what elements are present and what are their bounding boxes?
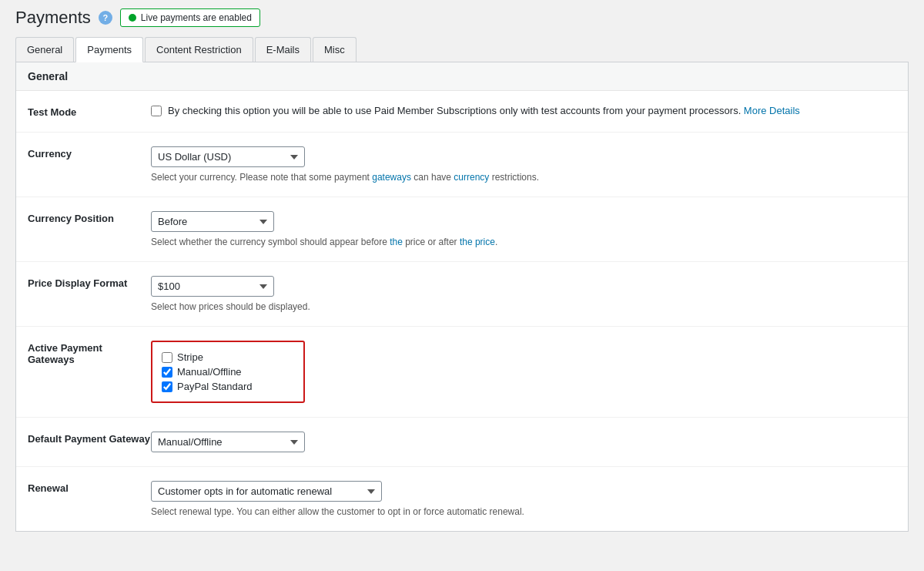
renewal-row: Renewal Customer opts in for automatic r… (16, 467, 908, 531)
tab-payments[interactable]: Payments (75, 37, 143, 62)
price-display-format-select[interactable]: $100 $ 100 100 $ 100$ (151, 276, 274, 297)
currency-position-row: Currency Position Before After Select wh… (16, 197, 908, 262)
price-display-format-description: Select how prices should be displayed. (151, 301, 896, 312)
price-display-format-row: Price Display Format $100 $ 100 100 $ 10… (16, 262, 908, 327)
live-payments-badge: Live payments are enabled (120, 8, 260, 27)
test-mode-row: Test Mode By checking this option you wi… (16, 91, 908, 133)
tab-emails[interactable]: E-Mails (255, 37, 311, 62)
active-payment-gateways-content: Stripe Manual/Offline PayPal Standard (151, 341, 896, 403)
currency-position-label: Currency Position (28, 211, 151, 224)
price-display-format-content: $100 $ 100 100 $ 100$ Select how prices … (151, 276, 896, 312)
active-payment-gateways-label: Active Payment Gateways (28, 341, 151, 365)
renewal-select[interactable]: Customer opts in for automatic renewal F… (151, 481, 382, 502)
stripe-label[interactable]: Stripe (177, 351, 203, 363)
currency-position-description: Select whether the currency symbol shoul… (151, 237, 896, 247)
currency-description: Select your currency. Please note that s… (151, 172, 896, 183)
currency-label: Currency (28, 146, 151, 160)
stripe-checkbox[interactable] (162, 352, 172, 363)
price-display-format-label: Price Display Format (28, 276, 151, 289)
default-payment-gateway-select[interactable]: Manual/Offline PayPal Standard Stripe (151, 432, 305, 452)
currency-position-select[interactable]: Before After (151, 211, 274, 232)
test-mode-description: By checking this option you will be able… (168, 105, 896, 116)
tab-misc[interactable]: Misc (313, 37, 357, 62)
currency-content: US Dollar (USD) Euro (EUR) British Pound… (151, 146, 896, 183)
gateway-paypal-row: PayPal Standard (162, 381, 294, 392)
help-icon[interactable]: ? (99, 11, 112, 25)
active-payment-gateways-row: Active Payment Gateways Stripe Manual/Of… (16, 327, 908, 418)
renewal-label: Renewal (28, 481, 151, 494)
renewal-content: Customer opts in for automatic renewal F… (151, 481, 896, 517)
active-gateways-box: Stripe Manual/Offline PayPal Standard (151, 341, 305, 403)
currency-position-content: Before After Select whether the currency… (151, 211, 896, 247)
tab-general[interactable]: General (15, 37, 74, 62)
gateway-stripe-row: Stripe (162, 351, 294, 363)
gateway-manual-row: Manual/Offline (162, 366, 294, 378)
live-badge-label: Live payments are enabled (141, 12, 252, 23)
tab-content-restriction[interactable]: Content Restriction (145, 37, 253, 62)
currency-select[interactable]: US Dollar (USD) Euro (EUR) British Pound… (151, 146, 305, 167)
live-dot-icon (129, 14, 136, 22)
test-mode-label: Test Mode (28, 105, 151, 118)
default-payment-gateway-label: Default Payment Gateway (28, 432, 151, 445)
paypal-standard-label[interactable]: PayPal Standard (177, 381, 253, 392)
manual-offline-label[interactable]: Manual/Offline (177, 366, 242, 378)
renewal-description: Select renewal type. You can either allo… (151, 506, 896, 517)
section-general-header: General (16, 62, 908, 91)
default-payment-gateway-content: Manual/Offline PayPal Standard Stripe (151, 432, 896, 452)
page-title: Payments (15, 8, 91, 28)
nav-tabs: General Payments Content Restriction E-M… (15, 37, 909, 62)
default-payment-gateway-row: Default Payment Gateway Manual/Offline P… (16, 418, 908, 467)
more-details-link[interactable]: More Details (744, 105, 800, 116)
test-mode-content: By checking this option you will be able… (151, 105, 896, 116)
settings-panel: General Test Mode By checking this optio… (15, 62, 909, 532)
paypal-standard-checkbox[interactable] (162, 381, 172, 392)
manual-offline-checkbox[interactable] (162, 367, 172, 378)
test-mode-checkbox[interactable] (151, 106, 162, 116)
currency-row: Currency US Dollar (USD) Euro (EUR) Brit… (16, 133, 908, 197)
